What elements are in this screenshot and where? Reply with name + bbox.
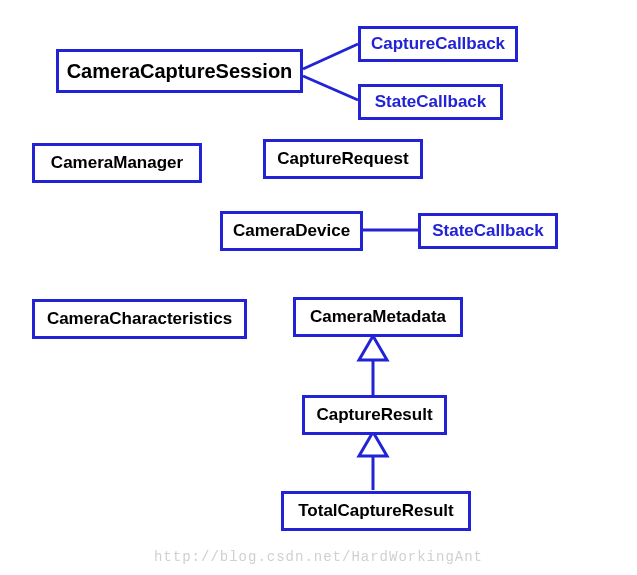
node-label: CameraCaptureSession — [67, 60, 293, 83]
node-total-capture-result: TotalCaptureResult — [281, 491, 471, 531]
node-state-callback-device: StateCallback — [418, 213, 558, 249]
svg-marker-3 — [359, 432, 387, 456]
edge-captureresult-to-metadata — [359, 336, 387, 395]
node-capture-callback: CaptureCallback — [358, 26, 518, 62]
node-camera-characteristics: CameraCharacteristics — [32, 299, 247, 339]
node-label: CameraMetadata — [310, 307, 446, 327]
node-label: CaptureCallback — [371, 34, 505, 54]
node-camera-manager: CameraManager — [32, 143, 202, 183]
edge-session-to-capturecallback — [303, 44, 358, 69]
node-label: CameraManager — [51, 153, 183, 173]
node-label: CameraDevice — [233, 221, 350, 241]
node-label: CaptureRequest — [277, 149, 408, 169]
watermark-label: http://blog.csdn.net/HardWorkingAnt — [154, 549, 483, 565]
node-label: TotalCaptureResult — [298, 501, 454, 521]
edge-totalcaptureresult-to-captureresult — [359, 432, 387, 490]
node-label: StateCallback — [432, 221, 544, 241]
node-camera-capture-session: CameraCaptureSession — [56, 49, 303, 93]
node-camera-device: CameraDevice — [220, 211, 363, 251]
node-camera-metadata: CameraMetadata — [293, 297, 463, 337]
node-state-callback-session: StateCallback — [358, 84, 503, 120]
watermark-text: http://blog.csdn.net/HardWorkingAnt — [0, 549, 637, 565]
node-capture-result: CaptureResult — [302, 395, 447, 435]
node-label: CameraCharacteristics — [47, 309, 232, 329]
node-label: StateCallback — [375, 92, 487, 112]
svg-marker-1 — [359, 336, 387, 360]
node-label: CaptureResult — [316, 405, 432, 425]
edge-session-to-statecallback — [303, 76, 358, 100]
node-capture-request: CaptureRequest — [263, 139, 423, 179]
